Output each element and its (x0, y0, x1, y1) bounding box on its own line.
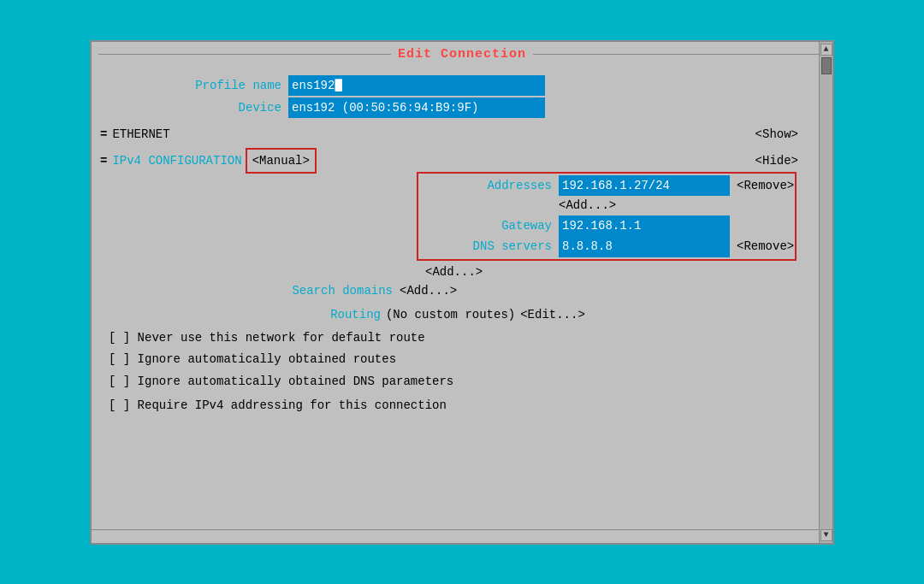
routing-row: Routing (No custom routes) <Edit...> (100, 305, 815, 324)
window-title: Edit Connection (398, 47, 526, 62)
address-value[interactable]: 192.168.1.27/24 (559, 175, 730, 196)
ethernet-eq: = (100, 125, 107, 144)
checkbox-row-2: [ ] Ignore automatically obtained routes (100, 350, 815, 369)
checkbox-row-1: [ ] Never use this network for default r… (100, 328, 815, 347)
scrollbar[interactable]: ▲ ▼ (819, 67, 832, 529)
remove2[interactable]: <Remove> (737, 237, 794, 256)
require-ipv4[interactable]: [ ] Require IPv4 addressing for this con… (109, 396, 447, 415)
ethernet-label: ETHERNET (112, 125, 169, 144)
show-button[interactable]: <Show> (755, 125, 798, 144)
terminal-window: Edit Connection Profile name ens192█ Dev… (90, 40, 834, 545)
dns-row: DNS servers 8.8.8.8 <Remove> (422, 236, 791, 257)
profile-name-label: Profile name (100, 76, 288, 95)
ethernet-section-row: = ETHERNET <Show> (100, 125, 815, 144)
add2-row: <Add...> (100, 263, 815, 281)
content-area: Profile name ens192█ Device ens192 (00:5… (92, 67, 832, 529)
search-label: Search domains (100, 281, 400, 300)
routing-text: (No custom routes) (386, 305, 515, 324)
gateway-value[interactable]: 192.168.1.1 (559, 215, 730, 236)
hide-button[interactable]: <Hide> (755, 151, 798, 170)
ipv4-eq: = (100, 151, 107, 170)
dns-label: DNS servers (422, 237, 559, 256)
checkbox-2[interactable]: [ ] Ignore automatically obtained routes (109, 350, 396, 369)
device-value[interactable]: ens192 (00:50:56:94:B9:9F) (288, 97, 545, 118)
checkbox-3[interactable]: [ ] Ignore automatically obtained DNS pa… (109, 372, 453, 391)
routing-edit[interactable]: <Edit...> (520, 305, 585, 324)
require-ipv4-row: [ ] Require IPv4 addressing for this con… (100, 396, 815, 415)
profile-name-value[interactable]: ens192█ (288, 75, 545, 96)
add1-button[interactable]: <Add...> (559, 196, 616, 215)
addresses-label: Addresses (422, 176, 559, 195)
scroll-thumb[interactable] (821, 67, 832, 74)
profile-name-row: Profile name ens192█ (100, 75, 815, 96)
routing-label: Routing (330, 305, 381, 324)
ipv4-section-row: = IPv4 CONFIGURATION <Manual> <Hide> (100, 148, 815, 174)
bottom-bar (92, 529, 832, 543)
add2-button[interactable]: <Add...> (425, 263, 483, 281)
search-add[interactable]: <Add...> (400, 281, 457, 300)
device-label: Device (100, 98, 288, 117)
ipv4-mode[interactable]: <Manual> (252, 154, 310, 168)
title-bar: Edit Connection (92, 42, 832, 67)
addresses-row: Addresses 192.168.1.27/24 <Remove> (422, 175, 791, 196)
checkbox-1[interactable]: [ ] Never use this network for default r… (109, 328, 425, 347)
add1-row: <Add...> (422, 196, 791, 215)
remove1[interactable]: <Remove> (737, 176, 794, 195)
device-row: Device ens192 (00:50:56:94:B9:9F) (100, 97, 815, 118)
ipv4-box: <Manual> (246, 148, 317, 174)
dns-value[interactable]: 8.8.8.8 (559, 236, 730, 257)
ipv4-label: IPv4 CONFIGURATION (112, 151, 241, 170)
checkbox-row-3: [ ] Ignore automatically obtained DNS pa… (100, 372, 815, 391)
gateway-row: Gateway 192.168.1.1 (422, 215, 791, 236)
ipv4-inner-box: Addresses 192.168.1.27/24 <Remove> <Add.… (417, 172, 797, 261)
search-domains-row: Search domains <Add...> (100, 281, 815, 300)
gateway-label: Gateway (422, 216, 559, 235)
